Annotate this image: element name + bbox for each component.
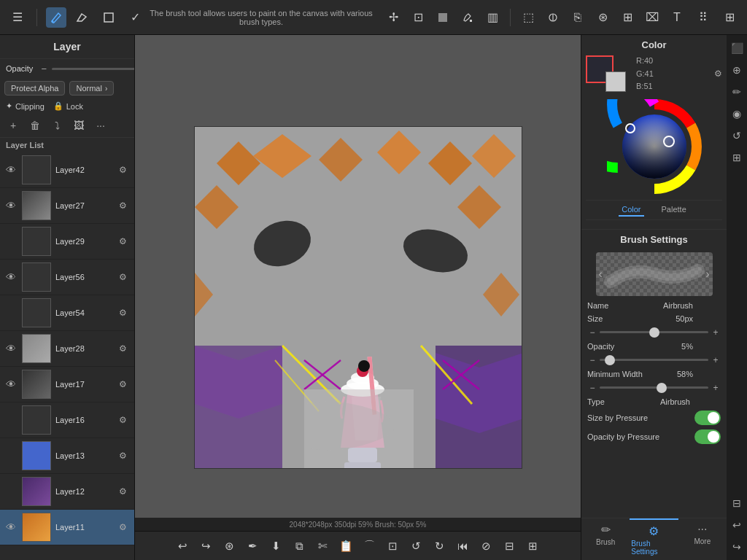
opacity-slider[interactable] [52,68,135,70]
paint-bucket-icon[interactable] [457,7,478,28]
menu-icon[interactable]: ☰ [7,7,28,28]
layer-item-layer12[interactable]: Layer12⚙ [0,474,134,510]
tab-color[interactable]: Color [619,203,643,217]
pen-button[interactable]: ✒ [243,536,263,556]
checkmark-tool-icon[interactable]: ✓ [125,7,145,28]
crop-icon[interactable]: ⌧ [642,7,662,28]
brush-next-button[interactable]: › [705,268,709,281]
layer-item-layer17[interactable]: 👁Layer17⚙ [0,367,134,402]
panel-adjust-icon[interactable]: ⊕ [728,61,746,79]
selection-wand-button[interactable]: ⊛ [220,536,240,556]
layer-item-layer29[interactable]: Layer29⚙ [0,224,134,260]
panel-color-icon[interactable]: ◉ [728,105,746,122]
layer-settings-layer11[interactable]: ⚙ [115,520,130,534]
image-layer-button[interactable]: 🖼 [70,117,88,134]
redo-button[interactable]: ↪ [196,536,217,556]
footer-tab-more[interactable]: ··· More [678,518,727,560]
opacity-minus2[interactable]: − [587,355,597,365]
lasso2-button[interactable]: ⌒ [360,536,380,556]
lock-button[interactable]: 🔒 Lock [53,101,83,111]
layer-item-layer27[interactable]: 👁Layer27⚙ [0,188,134,224]
duplicate-button[interactable]: ⧉ [290,536,310,556]
move-icon[interactable]: ✢ [383,7,403,28]
merge-layer-button[interactable]: ⤵ [48,117,66,134]
layer-settings-layer56[interactable]: ⚙ [115,270,130,284]
layer-settings-layer42[interactable]: ⚙ [115,163,130,177]
dropper-icon[interactable] [543,7,563,28]
undo-button[interactable]: ↩ [173,536,193,556]
opacity-plus2[interactable]: + [711,355,721,365]
layer-item-layer28[interactable]: 👁Layer28⚙ [0,331,134,367]
layer-visibility-layer16[interactable] [4,413,18,427]
opacity-slider-input[interactable] [600,359,708,361]
opacity-by-pressure-toggle[interactable] [694,429,721,444]
blend-mode-button[interactable]: Normal › [69,81,114,96]
transform2-button[interactable]: ⊡ [383,536,403,556]
canvas-image[interactable] [194,126,522,469]
brush-tool-icon[interactable] [46,7,66,28]
color-settings-icon[interactable]: ⚙ [714,69,722,79]
layer-settings-layer16[interactable]: ⚙ [115,413,130,427]
footer-tab-brush-settings[interactable]: ⚙ Brush Settings [630,518,678,560]
panel-guide-icon[interactable]: ⊟ [728,494,746,512]
minwidth-slider-input[interactable] [600,386,708,389]
clone-icon[interactable]: ⎘ [568,7,588,28]
clipboard-button[interactable]: 📋 [336,536,357,556]
layer-item-layer56[interactable]: 👁Layer56⚙ [0,260,134,295]
layer-settings-layer12[interactable]: ⚙ [115,484,130,499]
adjust-button[interactable]: ⊟ [500,536,520,556]
panel-layers-icon[interactable]: ⬛ [728,39,746,57]
gradient-icon[interactable]: ▥ [482,7,503,28]
copy2-icon[interactable]: ⊞ [617,7,638,28]
layer-visibility-layer29[interactable] [4,235,18,248]
panel-undo-icon[interactable]: ↩ [728,516,746,534]
download-button[interactable]: ⬇ [266,536,287,556]
layer-item-layer54[interactable]: Layer54⚙ [0,295,134,331]
panel-redo-icon[interactable]: ↪ [728,538,746,556]
layer-item-layer13[interactable]: Layer13⚙ [0,438,134,474]
minwidth-minus[interactable]: − [587,383,597,393]
layer-settings-layer27[interactable]: ⚙ [115,198,130,213]
layer-settings-layer17[interactable]: ⚙ [115,377,130,392]
selection-tool-icon[interactable] [98,7,119,28]
panels-icon[interactable]: ⊞ [719,7,740,28]
add-layer-button[interactable]: + [4,117,22,134]
tab-palette[interactable]: Palette [659,203,689,217]
opacity-minus[interactable]: − [39,63,49,74]
layer-visibility-layer54[interactable] [4,306,18,319]
layer-settings-layer28[interactable]: ⚙ [115,341,130,356]
rect-select-icon[interactable]: ⬚ [518,7,538,28]
layer-item-layer16[interactable]: Layer16⚙ [0,402,134,438]
layer-visibility-layer42[interactable]: 👁 [4,163,18,176]
size-slider-input[interactable] [600,331,708,333]
panel-brush-icon[interactable]: ✏ [728,83,746,101]
layer-visibility-layer56[interactable]: 👁 [4,271,18,284]
clipping-button[interactable]: ✦ Clipping [6,101,44,111]
scissors-button[interactable]: ✄ [313,536,333,556]
size-by-pressure-toggle[interactable] [694,411,721,425]
more-layer-button[interactable]: ··· [92,117,109,134]
layer-item-layer42[interactable]: 👁Layer42⚙ [0,152,134,188]
rotate-cw-button[interactable]: ↻ [430,536,450,556]
delete-layer-button[interactable]: 🗑 [26,117,44,134]
minwidth-plus[interactable]: + [711,383,721,393]
layer-item-layer11[interactable]: 👁Layer11⚙ [0,510,134,545]
protect-alpha-button[interactable]: Protect Alpha [4,81,65,96]
layer-visibility-layer12[interactable] [4,485,18,498]
eraser-tool-icon[interactable] [72,7,93,28]
layer-visibility-layer13[interactable] [4,449,18,462]
transform-icon[interactable]: ⊡ [408,7,428,28]
layers-icon[interactable]: ⠿ [693,7,713,28]
footer-tab-brush[interactable]: ✏ Brush [581,518,630,560]
layer-visibility-layer11[interactable]: 👁 [4,521,18,534]
size-plus[interactable]: + [711,327,721,338]
layer-settings-layer29[interactable]: ⚙ [115,234,130,249]
size-minus[interactable]: − [587,327,597,338]
panel-ref-icon[interactable]: ⊞ [728,149,746,166]
color-wheel-container[interactable] [607,99,702,194]
layer-settings-layer13[interactable]: ⚙ [115,448,130,463]
deselect-button[interactable]: ⊘ [476,536,497,556]
lasso-icon[interactable]: ⊛ [592,7,613,28]
fill-solid-icon[interactable] [433,7,453,28]
layer-visibility-layer17[interactable]: 👁 [4,378,18,391]
